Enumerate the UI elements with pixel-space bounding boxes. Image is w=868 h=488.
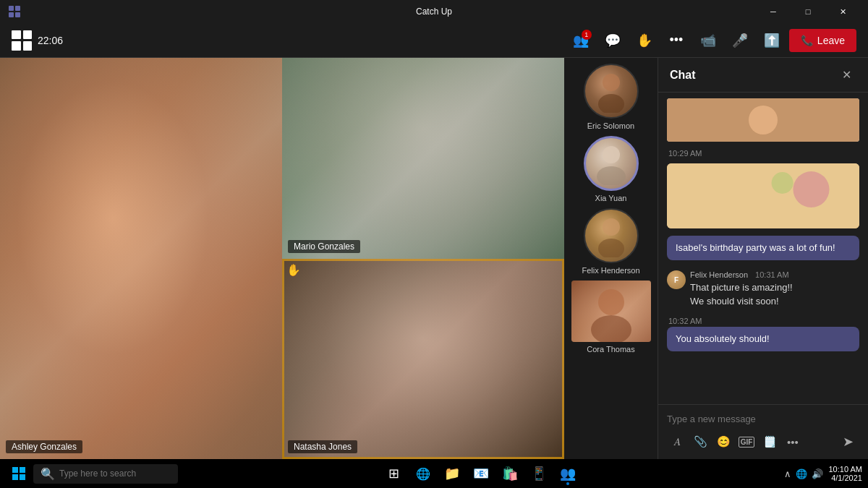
emoji-icon: 😊 <box>717 435 731 448</box>
chat-header: Chat ✕ <box>658 58 868 93</box>
volume-icon[interactable]: 🔊 <box>812 468 823 479</box>
participants-badge: 1 <box>582 30 592 40</box>
network-icon[interactable]: 🌐 <box>796 468 807 479</box>
ashley-video <box>0 58 282 459</box>
natasha-label: Natasha Jones <box>288 440 357 453</box>
svg-rect-18 <box>20 467 25 473</box>
taskbar-search-input[interactable] <box>59 468 161 479</box>
message-3-text: You absolutely should! <box>676 333 770 344</box>
cora-video-thumb <box>571 281 651 342</box>
taskbar-search-box[interactable]: 🔍 <box>33 464 178 484</box>
participant-cora[interactable]: Cora Thomas <box>571 281 651 354</box>
main-content: Ashley Gonzales Mario Gonzales ✋ Natasha… <box>0 58 868 459</box>
gif-button[interactable]: GIF <box>736 432 757 452</box>
toolbar-left: 22:06 <box>12 30 63 51</box>
participants-panel: Eric Solomon Xia Yuan <box>564 58 658 459</box>
phone-icon: 📞 <box>801 35 813 46</box>
chevron-up-icon[interactable]: ∧ <box>784 468 791 479</box>
video-grid: Ashley Gonzales Mario Gonzales ✋ Natasha… <box>0 58 564 459</box>
mario-label: Mario Gonzales <box>288 240 360 253</box>
eric-avatar <box>584 64 639 119</box>
felix-avatar <box>584 208 639 263</box>
message-2-timestamp: 10:31 AM <box>754 270 788 279</box>
taskbar-teams[interactable]: 👥 <box>555 461 581 487</box>
svg-point-16 <box>772 172 793 194</box>
chat-close-button[interactable]: ✕ <box>836 65 856 85</box>
start-button[interactable] <box>6 461 32 487</box>
svg-rect-20 <box>20 474 25 480</box>
ashley-label: Ashley Gonzales <box>6 440 82 453</box>
participant-xia[interactable]: Xia Yuan <box>571 136 651 202</box>
mic-icon: 🎤 <box>732 33 748 48</box>
video-cell-natasha: ✋ Natasha Jones <box>282 259 564 460</box>
taskbar-time: 10:10 AM <box>829 465 862 474</box>
svg-rect-0 <box>9 6 14 11</box>
message-2-line2: We should visit soon! <box>690 294 859 308</box>
taskbar-mail[interactable]: 📧 <box>468 461 494 487</box>
natasha-video <box>282 259 564 460</box>
taskbar-center: ⊞ 🌐 📁 📧 🛍️ 📱 👥 <box>381 461 581 487</box>
chat-icon: 💬 <box>605 33 621 48</box>
send-button[interactable]: ➤ <box>836 430 859 453</box>
svg-rect-2 <box>9 12 14 17</box>
maximize-button[interactable]: □ <box>791 0 825 23</box>
chat-title: Chat <box>670 69 696 82</box>
mario-video <box>282 58 564 259</box>
emoji-button[interactable]: 😊 <box>713 432 733 452</box>
more-options-button[interactable]: ••• <box>662 26 691 55</box>
grid-view-icon[interactable] <box>12 30 32 51</box>
participants-button[interactable]: 👥 1 <box>566 26 595 55</box>
title-bar: Catch Up ─ □ ✕ <box>0 0 868 23</box>
taskbar-clock[interactable]: 10:10 AM 4/1/2021 <box>829 465 862 482</box>
windows-logo-icon <box>12 467 25 480</box>
raise-hand-button[interactable]: ✋ <box>630 26 659 55</box>
hand-raise-indicator: ✋ <box>286 263 301 277</box>
attach-icon: 📎 <box>694 435 707 448</box>
more-chat-options-button[interactable]: ••• <box>783 432 803 452</box>
taskbar-phone[interactable]: 📱 <box>526 461 552 487</box>
chat-button[interactable]: 💬 <box>598 26 627 55</box>
camera-icon: 📹 <box>700 33 716 48</box>
taskbar-edge[interactable]: 🌐 <box>410 461 436 487</box>
svg-point-7 <box>597 166 626 185</box>
taskbar-store[interactable]: 🛍️ <box>497 461 523 487</box>
files-icon: 📁 <box>444 466 460 481</box>
call-time: 22:06 <box>38 35 63 46</box>
chat-image-preview <box>667 98 859 142</box>
close-button[interactable]: ✕ <box>826 0 859 23</box>
felix-name: Felix Henderson <box>582 266 639 275</box>
participant-felix[interactable]: Felix Henderson <box>571 208 651 275</box>
teams-toolbar: 22:06 👥 1 💬 ✋ ••• 📹 🎤 ⬆️ 📞 Leave <box>0 23 868 58</box>
taskbar-search-icon: 🔍 <box>41 467 55 481</box>
taskbar-task-view[interactable]: ⊞ <box>381 461 407 487</box>
svg-point-10 <box>598 289 624 315</box>
svg-point-11 <box>591 315 631 342</box>
message-3-container: 10:32 AM You absolutely should! <box>667 317 859 351</box>
camera-button[interactable]: 📹 <box>694 26 723 55</box>
taskbar-files[interactable]: 📁 <box>439 461 465 487</box>
leave-label: Leave <box>817 35 845 46</box>
taskbar-left: 🔍 <box>6 461 178 487</box>
taskbar: 🔍 ⊞ 🌐 📁 📧 🛍️ 📱 👥 ∧ 🌐 🔊 <box>0 459 868 488</box>
taskbar-right: ∧ 🌐 🔊 10:10 AM 4/1/2021 <box>784 465 862 482</box>
leave-button[interactable]: 📞 Leave <box>789 29 856 52</box>
chat-input-area: 𝐴 📎 😊 GIF 🗒️ ••• <box>658 404 868 459</box>
store-icon: 🛍️ <box>502 466 518 481</box>
chat-toolbar: 𝐴 📎 😊 GIF 🗒️ ••• <box>667 430 859 453</box>
attach-button[interactable]: 📎 <box>690 432 710 452</box>
svg-point-13 <box>749 106 778 134</box>
taskbar-date: 4/1/2021 <box>831 474 862 482</box>
format-button[interactable]: 𝐴 <box>667 432 687 452</box>
gif-icon: GIF <box>739 437 755 448</box>
participant-eric[interactable]: Eric Solomon <box>571 64 651 130</box>
title-bar-controls: ─ □ ✕ <box>757 0 859 23</box>
svg-point-15 <box>793 171 830 207</box>
taskbar-system-icons: ∧ 🌐 🔊 <box>784 468 823 479</box>
svg-point-5 <box>598 94 624 113</box>
phone-link-icon: 📱 <box>531 466 547 481</box>
minimize-button[interactable]: ─ <box>757 0 790 23</box>
microphone-button[interactable]: 🎤 <box>726 26 754 55</box>
share-button[interactable]: ⬆️ <box>757 26 786 55</box>
sticker-button[interactable]: 🗒️ <box>760 432 780 452</box>
chat-input[interactable] <box>667 411 859 427</box>
